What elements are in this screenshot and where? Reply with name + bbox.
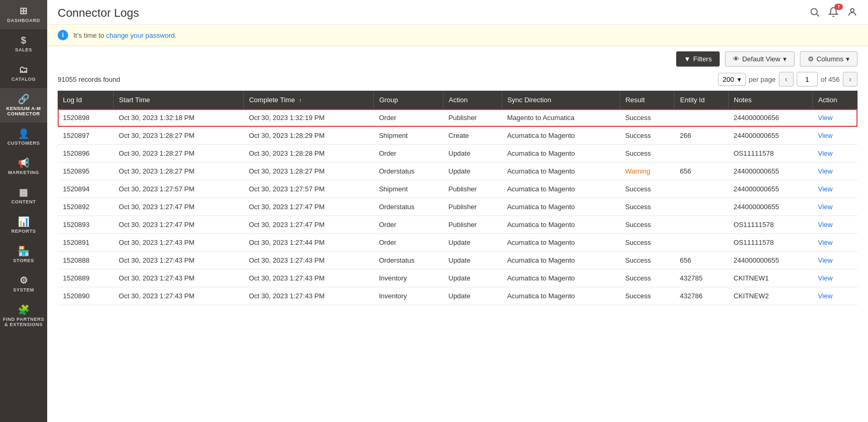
view-link[interactable]: View (818, 203, 833, 211)
cell-view-action[interactable]: View (813, 127, 858, 145)
sidebar-item-kensium[interactable]: 🔗KENSIUM A-M CONNECTOR (0, 88, 47, 123)
prev-page-button[interactable]: ‹ (779, 72, 794, 86)
default-view-button[interactable]: 👁 Default View ▾ (725, 51, 795, 67)
view-link[interactable]: View (818, 114, 833, 122)
cell-view-action[interactable]: View (813, 145, 858, 163)
cell-complete-time: Oct 30, 2023 1:28:27 PM (244, 163, 374, 180)
cell-view-action[interactable]: View (813, 109, 858, 127)
table-row[interactable]: 1520896 Oct 30, 2023 1:28:27 PM Oct 30, … (58, 145, 858, 163)
view-link[interactable]: View (818, 239, 833, 246)
view-link[interactable]: View (818, 256, 833, 264)
col-complete-time[interactable]: Complete Time ↑ (244, 91, 374, 109)
view-link[interactable]: View (818, 167, 833, 175)
cell-view-action[interactable]: View (813, 163, 858, 180)
table-row[interactable]: 1520889 Oct 30, 2023 1:27:43 PM Oct 30, … (58, 269, 858, 287)
view-link[interactable]: View (818, 221, 833, 229)
sidebar-item-catalog[interactable]: 🗂CATALOG (0, 59, 47, 88)
marketing-icon: 📢 (18, 158, 30, 168)
sidebar-item-system[interactable]: ⚙SYSTEM (0, 269, 47, 299)
col-sync-direction[interactable]: Sync Direction (502, 91, 620, 109)
cell-action: Update (443, 145, 502, 163)
col-entity-id[interactable]: Entity Id (675, 91, 729, 109)
svg-point-2 (851, 8, 854, 12)
columns-button[interactable]: ⚙ Columns ▾ (800, 51, 858, 67)
table-row[interactable]: 1520890 Oct 30, 2023 1:27:43 PM Oct 30, … (58, 287, 858, 305)
cell-entity-id (675, 145, 729, 163)
filters-button[interactable]: ▼ Filters (676, 51, 720, 67)
cell-result: Success (620, 252, 675, 269)
page-title: Connector Logs (58, 6, 139, 20)
sidebar-item-dashboard[interactable]: ⊞DASHBOARD (0, 0, 47, 29)
cell-sync-direction: Acumatica to Magento (502, 234, 620, 252)
col-action[interactable]: Action (443, 91, 502, 109)
table-row[interactable]: 1520892 Oct 30, 2023 1:27:47 PM Oct 30, … (58, 198, 858, 216)
sidebar-item-content[interactable]: ▦CONTENT (0, 181, 47, 211)
cell-result: Success (620, 198, 675, 216)
cell-complete-time: Oct 30, 2023 1:27:47 PM (244, 216, 374, 234)
sidebar-item-stores[interactable]: 🏪STORES (0, 240, 47, 269)
cell-start-time: Oct 30, 2023 1:27:47 PM (114, 216, 244, 234)
cell-group: Order (374, 234, 443, 252)
cell-view-action[interactable]: View (813, 180, 858, 198)
user-icon[interactable] (847, 7, 858, 20)
cell-notes: CKITNEW1 (729, 269, 813, 287)
sidebar-label: CONTENT (12, 199, 36, 204)
sidebar-item-customers[interactable]: 👤CUSTOMERS (0, 123, 47, 152)
col-start-time[interactable]: Start Time (114, 91, 244, 109)
table-row[interactable]: 1520893 Oct 30, 2023 1:27:47 PM Oct 30, … (58, 216, 858, 234)
cell-log-id: 1520898 (58, 109, 114, 127)
per-page-select[interactable]: 200 ▾ (718, 73, 746, 86)
change-password-link[interactable]: change your password. (106, 31, 176, 39)
cell-log-id: 1520892 (58, 198, 114, 216)
page-input[interactable] (797, 72, 818, 86)
info-icon: i (58, 30, 68, 40)
view-link[interactable]: View (818, 274, 833, 282)
sidebar-item-reports[interactable]: 📊REPORTS (0, 211, 47, 240)
cell-start-time: Oct 30, 2023 1:27:43 PM (114, 287, 244, 305)
toolbar: ▼ Filters 👁 Default View ▾ ⚙ Columns ▾ (47, 46, 868, 70)
cell-result: Success (620, 269, 675, 287)
cell-entity-id: 656 (675, 252, 729, 269)
cell-complete-time: Oct 30, 2023 1:27:43 PM (244, 252, 374, 269)
search-icon[interactable] (809, 7, 820, 20)
table-body: 1520898 Oct 30, 2023 1:32:18 PM Oct 30, … (58, 109, 858, 305)
cell-start-time: Oct 30, 2023 1:28:27 PM (114, 145, 244, 163)
cell-complete-time: Oct 30, 2023 1:28:29 PM (244, 127, 374, 145)
cell-group: Orderstatus (374, 163, 443, 180)
cell-entity-id (675, 198, 729, 216)
col-action[interactable]: Action (813, 91, 858, 109)
cell-view-action[interactable]: View (813, 198, 858, 216)
table-row[interactable]: 1520888 Oct 30, 2023 1:27:43 PM Oct 30, … (58, 252, 858, 269)
notifications-icon[interactable]: 7 (828, 7, 839, 20)
col-log-id[interactable]: Log Id (58, 91, 114, 109)
next-page-button[interactable]: › (843, 72, 858, 86)
table-row[interactable]: 1520897 Oct 30, 2023 1:28:27 PM Oct 30, … (58, 127, 858, 145)
col-group[interactable]: Group (374, 91, 443, 109)
sidebar-item-marketing[interactable]: 📢MARKETING (0, 152, 47, 181)
view-link[interactable]: View (818, 132, 833, 139)
table-row[interactable]: 1520891 Oct 30, 2023 1:27:43 PM Oct 30, … (58, 234, 858, 252)
view-link[interactable]: View (818, 149, 833, 157)
cell-sync-direction: Acumatica to Magento (502, 252, 620, 269)
cell-view-action[interactable]: View (813, 269, 858, 287)
pagination: 200 ▾ per page ‹ of 456 › (718, 72, 858, 86)
sidebar-item-sales[interactable]: $SALES (0, 29, 47, 59)
dashboard-icon: ⊞ (19, 6, 28, 16)
customers-icon: 👤 (18, 129, 30, 138)
col-notes[interactable]: Notes (729, 91, 813, 109)
content-icon: ▦ (19, 188, 28, 197)
chevron-down-icon: ▾ (783, 55, 787, 63)
cell-view-action[interactable]: View (813, 216, 858, 234)
col-result[interactable]: Result (620, 91, 675, 109)
cell-view-action[interactable]: View (813, 252, 858, 269)
reports-icon: 📊 (18, 217, 30, 226)
cell-view-action[interactable]: View (813, 287, 858, 305)
cell-view-action[interactable]: View (813, 234, 858, 252)
table-row[interactable]: 1520894 Oct 30, 2023 1:27:57 PM Oct 30, … (58, 180, 858, 198)
view-link[interactable]: View (818, 292, 833, 300)
table-row[interactable]: 1520895 Oct 30, 2023 1:28:27 PM Oct 30, … (58, 163, 858, 180)
view-link[interactable]: View (818, 185, 833, 193)
table-row[interactable]: 1520898 Oct 30, 2023 1:32:18 PM Oct 30, … (58, 109, 858, 127)
sidebar-item-findpartners[interactable]: 🧩FIND PARTNERS & EXTENSIONS (0, 299, 47, 333)
cell-notes: OS11111578 (729, 145, 813, 163)
